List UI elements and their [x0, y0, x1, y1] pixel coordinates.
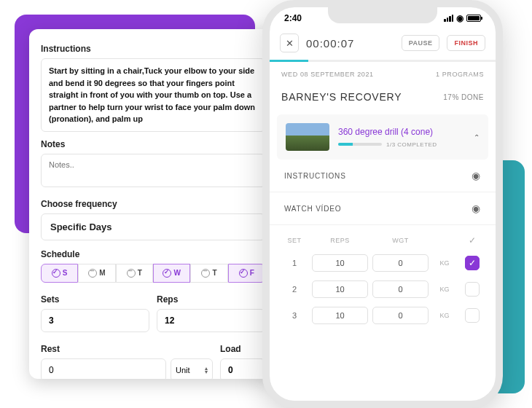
check-circle-icon [201, 269, 210, 278]
instructions-row[interactable]: INSTRUCTIONS ◉ [270, 160, 496, 192]
phone-notch [328, 7, 437, 23]
finish-button[interactable]: FINISH [447, 35, 485, 51]
wgt-cell-input[interactable]: 0 [372, 307, 429, 324]
check-circle-icon [163, 269, 171, 278]
battery-icon [466, 15, 481, 22]
reps-cell-input[interactable]: 10 [312, 254, 368, 272]
day-abbr: T [138, 269, 142, 277]
set-done-checkbox[interactable] [465, 282, 480, 297]
exercise-config-panel: Instructions Start by sitting in a chair… [29, 29, 277, 379]
wifi-icon: ◉ [456, 13, 463, 23]
workout-timer: 00:00:07 [306, 37, 394, 50]
col-set: SET [281, 237, 308, 244]
col-wgt: WGT [372, 237, 429, 244]
check-circle-icon [88, 269, 97, 278]
set-number: 2 [281, 285, 308, 294]
check-circle-icon [127, 269, 136, 278]
pause-button[interactable]: PAUSE [402, 35, 440, 51]
sets-label: Sets [41, 294, 149, 305]
day-toggle-f[interactable]: F [228, 264, 265, 283]
reps-input[interactable] [157, 309, 265, 332]
rest-unit-select[interactable]: Unit ▴▾ [171, 358, 213, 380]
notes-input[interactable] [41, 154, 265, 187]
exercise-thumbnail [286, 123, 329, 151]
phone-mockup: 2:40 ◉ ✕ 00:00:07 PAUSE FINISH WED 08 SE… [262, 0, 503, 408]
instructions-text: Start by sitting in a chair,Tuck your el… [41, 58, 265, 132]
check-circle-icon [239, 269, 248, 278]
exercise-name: 360 degree drill (4 cone) [338, 127, 465, 137]
wgt-cell-input[interactable]: 0 [372, 280, 429, 298]
reps-cell-input[interactable]: 10 [312, 307, 368, 324]
set-row: 3100KG [278, 302, 487, 329]
rest-input[interactable] [41, 358, 166, 380]
weight-unit: KG [433, 286, 456, 293]
sets-input[interactable] [41, 309, 149, 332]
watch-video-label: WATCH VÍDEO [284, 205, 341, 213]
load-input[interactable] [220, 358, 265, 380]
rest-label: Rest [41, 344, 213, 354]
day-toggle-w[interactable]: W [153, 264, 190, 283]
schedule-days: SMTWTF [41, 264, 265, 283]
exercise-completed: 1/3 COMPLETED [386, 141, 437, 148]
programs-count: 1 PROGRAMS [436, 71, 484, 78]
eye-icon: ◉ [472, 203, 481, 214]
set-row: 1100KG✓ [278, 250, 487, 276]
day-abbr: T [212, 269, 216, 277]
instructions-row-label: INSTRUCTIONS [284, 172, 346, 180]
watch-video-row[interactable]: WATCH VÍDEO ◉ [270, 192, 496, 225]
set-done-checkbox[interactable]: ✓ [465, 256, 480, 270]
chevron-up-icon: ⌃ [474, 133, 480, 141]
set-number: 1 [281, 259, 308, 267]
check-icon: ✓ [461, 235, 484, 246]
frequency-label: Choose frequency [41, 199, 265, 209]
weight-unit: KG [433, 259, 456, 267]
day-abbr: W [173, 269, 180, 277]
day-abbr: F [250, 269, 254, 277]
set-done-checkbox[interactable] [465, 308, 480, 323]
reps-cell-input[interactable]: 10 [312, 280, 368, 298]
reps-label: Reps [157, 294, 265, 305]
day-toggle-t[interactable]: T [190, 264, 227, 283]
set-number: 3 [281, 311, 308, 320]
day-abbr: M [99, 269, 105, 277]
day-toggle-m[interactable]: M [78, 264, 115, 283]
eye-icon: ◉ [472, 170, 481, 181]
sets-table: SET REPS WGT ✓ 1100KG✓2100KG3100KG [270, 225, 496, 329]
status-time: 2:40 [284, 13, 302, 23]
weight-unit: KG [433, 312, 456, 319]
day-toggle-t[interactable]: T [116, 264, 153, 283]
day-toggle-s[interactable]: S [41, 264, 78, 283]
exercise-progress-bar [338, 143, 382, 146]
load-label: Load [220, 344, 265, 354]
stepper-icon: ▴▾ [205, 366, 208, 374]
program-done: 17% DONE [443, 93, 484, 101]
set-row: 2100KG [278, 276, 487, 302]
instructions-label: Instructions [41, 44, 265, 54]
schedule-label: Schedule [41, 249, 265, 259]
session-date: WED 08 SEPTEMBER 2021 [281, 71, 374, 78]
exercise-card[interactable]: 360 degree drill (4 cone) 1/3 COMPLETED … [277, 114, 488, 160]
notes-label: Notes [41, 139, 265, 149]
day-abbr: S [63, 269, 68, 277]
unit-label: Unit [176, 366, 190, 374]
col-reps: REPS [312, 237, 368, 244]
wgt-cell-input[interactable]: 0 [372, 254, 429, 272]
signal-icon [444, 15, 453, 22]
program-title: BARNEY'S RECOVERY [281, 91, 402, 103]
close-button[interactable]: ✕ [280, 34, 299, 52]
check-circle-icon [52, 269, 60, 278]
frequency-select[interactable]: Specific Days [41, 213, 265, 240]
